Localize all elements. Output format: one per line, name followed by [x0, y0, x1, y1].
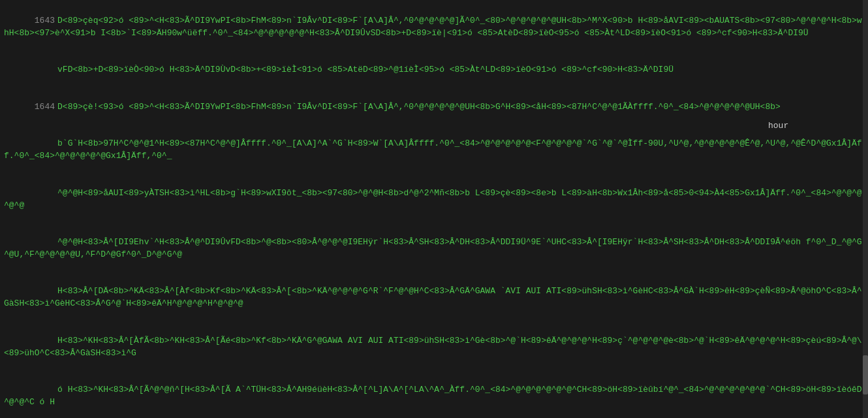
line-1644d: ^@^@H<83>Â^[DI9Ehv`^H<83>Â^@^DI9ÛvFD<8b>… [4, 224, 864, 273]
line-num-1644c [35, 188, 55, 198]
terminal-window: 1643D<89>çèq<92>ó <89>^<H<83>Ã^DI9YwPI<8… [0, 0, 868, 418]
line-1644c: ^@^@H<89>åAUI<89>yÀTSH<83>ì^HL<8b>g`H<89… [4, 175, 864, 224]
scrollbar-thumb[interactable] [863, 355, 868, 394]
line-1644f: H<83>^KH<83>Â^[ÀfÃ<8b>^KH<83>Â^[Ãé<8b>^K… [4, 323, 864, 372]
scrollbar[interactable] [863, 0, 868, 418]
line-1644e: H<83>Â^[DÄ<8b>^KÄ<83>Â^[Àf<8b>Kf<8b>^KÄ<… [4, 274, 864, 323]
hour-label: hour [768, 120, 788, 133]
line-1643b: vFD<8b>+D<89>ïèÒ<90>ó H<83>Ä^DI9ÙvD<8b>+… [4, 52, 864, 89]
line-1643: 1643D<89>çèq<92>ó <89>^<H<83>Ã^DI9YwPI<8… [4, 3, 864, 52]
line-num-1643b [35, 65, 55, 74]
line-num-1644d [35, 237, 55, 247]
line-num-1644b [35, 138, 55, 148]
line-num-1643: 1643 [35, 16, 55, 25]
line-num-1644: 1644 [35, 102, 55, 112]
line-num-1644g [35, 385, 55, 394]
line-num-1644e [35, 286, 55, 296]
line-1644g: ó H<83>^KH<83>Â^[Ã^@^@ñ^[H<83>Â^[Ã A`^TÜ… [4, 372, 864, 418]
terminal-content: 1643D<89>çèq<92>ó <89>^<H<83>Ã^DI9YwPI<8… [4, 3, 864, 418]
line-1644: 1644D<89>çè!<93>ó <89>^<H<83>Ã^DI9YwPI<8… [4, 89, 864, 126]
line-num-1644f [35, 336, 55, 346]
line-1644b: b`G`H<8b>97H^C^@^@1^H<89><87H^C^@^@]Âfff… [4, 125, 864, 174]
